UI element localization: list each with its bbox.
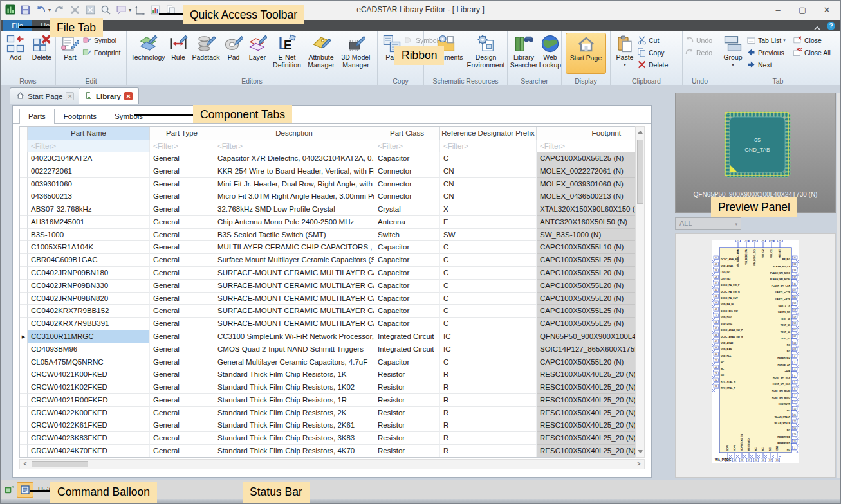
app-logo-icon[interactable] <box>3 3 17 17</box>
row-selector-gutter[interactable] <box>20 152 28 165</box>
table-cell[interactable]: Standard Thick Film Chip Resistors, 1K02 <box>214 381 374 394</box>
status-grid-icon[interactable]: n <box>4 484 15 495</box>
table-cell[interactable]: General <box>150 254 214 267</box>
table-cell[interactable]: General <box>150 292 214 305</box>
tab-start-page[interactable]: Start Page ✕ <box>10 87 80 104</box>
table-cell[interactable]: CAPC100X50X55L20 (N) <box>537 280 636 292</box>
table-cell[interactable]: CBR04C609B1GAC <box>28 254 150 267</box>
table-cell[interactable]: General <box>150 280 214 292</box>
table-cell[interactable]: RESC100X50X40L25_20 (N) <box>537 407 636 420</box>
design-environment-button[interactable]: Design Environment <box>466 33 506 69</box>
close-all-tabs-button[interactable]: Close All <box>793 47 835 58</box>
table-cell[interactable]: General <box>150 407 214 420</box>
scroll-down-icon[interactable] <box>638 450 643 453</box>
table-cell[interactable]: CAPC100X50X56L25 (N) <box>537 152 636 165</box>
table-cell[interactable]: C <box>440 318 537 330</box>
table-cell[interactable]: Micro-Fit 3.0TM Right Angle Header, 3.00… <box>214 190 374 203</box>
table-cell[interactable]: CC0402JRNP09BN180 <box>28 267 150 280</box>
table-cell[interactable]: XTAL320X150X90L60X150 (N) <box>537 203 636 216</box>
table-cell[interactable]: MOLEX_0039301060 (N) <box>537 178 636 191</box>
column-header[interactable]: Part Class <box>374 127 440 140</box>
table-cell[interactable]: General <box>150 190 214 203</box>
scroll-up-icon[interactable] <box>638 130 643 134</box>
table-cell[interactable]: CRCW04024K70FKED <box>28 445 150 458</box>
table-cell[interactable]: R <box>440 381 537 394</box>
table-cell[interactable]: General <box>150 381 214 394</box>
technology-button[interactable]: Technology <box>129 33 167 62</box>
table-cell[interactable]: General <box>150 330 214 343</box>
table-cell[interactable]: Resistor <box>374 445 440 458</box>
table-cell[interactable]: QFN65P50_900X900X100L40X2 <box>537 330 636 343</box>
table-row[interactable]: 0436500213GeneralMicro-Fit 3.0TM Right A… <box>20 190 644 203</box>
table-cell[interactable]: CC3100 SimpleLink Wi-FiR Network Process… <box>214 330 374 343</box>
undo-icon[interactable] <box>34 3 48 17</box>
row-selector-gutter[interactable] <box>20 254 28 267</box>
column-header[interactable]: Description <box>214 127 374 140</box>
row-selector-gutter[interactable] <box>20 381 28 394</box>
vertical-scroll-thumb[interactable] <box>637 140 643 204</box>
table-cell[interactable]: Capacitor <box>374 280 440 292</box>
row-selector-gutter[interactable] <box>20 407 28 420</box>
table-cell[interactable]: CD4093BM96 <box>28 343 150 356</box>
row-selector-gutter[interactable] <box>20 318 28 330</box>
row-selector-gutter[interactable] <box>20 394 28 407</box>
measure-icon[interactable] <box>133 3 147 17</box>
table-cell[interactable]: Resistor <box>374 432 440 445</box>
add-rows-button[interactable]: Add <box>3 33 28 62</box>
tab-symbols[interactable]: Symbols <box>106 109 152 124</box>
table-cell[interactable]: R <box>440 445 537 458</box>
save-icon[interactable] <box>19 3 32 17</box>
table-cell[interactable]: Capacitor X7R Dielectric, 04023C104KAT2A… <box>214 152 374 165</box>
row-selector-gutter[interactable] <box>20 292 28 305</box>
table-cell[interactable]: C <box>440 152 537 165</box>
table-cell[interactable]: R <box>440 407 537 420</box>
row-selector-gutter[interactable] <box>20 280 28 292</box>
filter-cell[interactable]: <Filter> <box>374 140 440 152</box>
table-cell[interactable]: General <box>150 419 214 432</box>
table-cell[interactable]: General <box>150 216 214 229</box>
filter-cell[interactable]: <Filter> <box>537 140 636 152</box>
table-cell[interactable]: Resistor <box>374 407 440 420</box>
table-cell[interactable]: Capacitor <box>374 318 440 330</box>
table-cell[interactable]: C <box>440 267 537 280</box>
table-cell[interactable]: Standard Thick Film Chip Resistors, 4K70 <box>214 445 374 458</box>
table-cell[interactable]: Chip Antenna Mono Pole 2400-2500 MHz <box>214 216 374 229</box>
padstack-button[interactable]: Padstack <box>189 33 223 62</box>
table-cell[interactable]: CL05A475MQ5NRNC <box>28 356 150 369</box>
table-row[interactable]: CL05A475MQ5NRNCGeneralGeneral Multilayer… <box>20 356 644 369</box>
table-cell[interactable]: MOLEX_0436500213 (N) <box>537 190 636 203</box>
table-cell[interactable]: Capacitor <box>374 292 440 305</box>
table-cell[interactable]: KKR 254 Wire-to-Board Header, Vertical, … <box>214 165 374 178</box>
table-row[interactable]: 0022272061GeneralKKR 254 Wire-to-Board H… <box>20 165 644 178</box>
tab-library-close-icon[interactable]: ✕ <box>124 92 133 100</box>
row-selector-gutter[interactable] <box>20 203 28 216</box>
table-row[interactable]: ▶CC3100R11MRGCGeneralCC3100 SimpleLink W… <box>20 330 644 343</box>
table-cell[interactable]: CC3100R11MRGC <box>28 330 150 343</box>
table-cell[interactable]: General <box>150 203 214 216</box>
table-cell[interactable]: CAPC100X50X55L25 (N) <box>537 305 636 318</box>
tab-list-button[interactable]: Tab List ▾ <box>746 35 793 46</box>
table-row[interactable]: ABS07-32.768kHzGeneral32.768kHz SMD Low … <box>20 203 644 216</box>
table-cell[interactable]: Resistor <box>374 381 440 394</box>
table-cell[interactable]: General <box>150 356 214 369</box>
table-cell[interactable]: SURFACE-MOUNT CERAMIC MULTILAYER CAPACIT… <box>214 305 374 318</box>
table-cell[interactable]: Connector <box>374 178 440 191</box>
table-row[interactable]: 0039301060GeneralMini-Fit Jr. Header, Du… <box>20 178 644 191</box>
row-selector-gutter[interactable] <box>20 368 28 381</box>
table-cell[interactable]: MULTILAYER CERAMIC CHIP CAPACITORS , 100… <box>214 241 374 254</box>
table-cell[interactable]: Resistor <box>374 368 440 381</box>
table-cell[interactable]: C <box>440 292 537 305</box>
row-selector-gutter[interactable] <box>20 356 28 369</box>
delete-button[interactable]: Delete <box>637 59 668 70</box>
undo-button[interactable]: Undo <box>685 35 712 46</box>
table-cell[interactable]: SOIC14P127_865X600X175L83X <box>537 343 636 356</box>
row-selector-gutter[interactable] <box>20 445 28 458</box>
table-cell[interactable]: CRCW04022K61FKED <box>28 419 150 432</box>
table-cell[interactable]: CC0402KRX7R9BB391 <box>28 318 150 330</box>
preview-filter-dropdown[interactable]: ALL ▾ <box>675 217 741 230</box>
pad-button[interactable]: Pad <box>223 33 245 62</box>
table-row[interactable]: CD4093BM96GeneralCMOS Quad 2-Input NAND … <box>20 343 644 356</box>
table-cell[interactable]: C <box>440 241 537 254</box>
row-selector-gutter[interactable] <box>20 241 28 254</box>
filter-cell[interactable]: <Filter> <box>150 140 214 152</box>
